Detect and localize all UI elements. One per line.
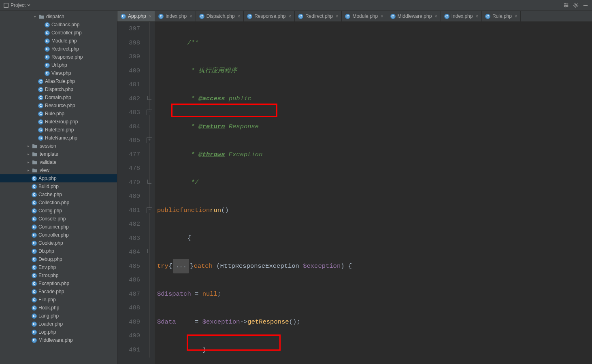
tree-file[interactable]: Lang.php <box>0 312 117 320</box>
tree-file[interactable]: View.php <box>0 69 117 77</box>
tree-file[interactable]: Console.php <box>0 215 117 223</box>
tree-arrow-icon[interactable] <box>26 265 31 270</box>
tree-arrow-icon[interactable]: ▸ <box>26 144 31 148</box>
tree-arrow-icon[interactable] <box>32 135 37 140</box>
line-number[interactable]: 400 <box>117 64 140 78</box>
line-number[interactable]: 478 <box>117 161 140 176</box>
line-number[interactable]: 487 <box>117 287 140 301</box>
tree-arrow-icon[interactable] <box>39 38 44 43</box>
project-label[interactable]: Project <box>3 2 30 8</box>
tree-arrow-icon[interactable]: ▾ <box>32 14 37 19</box>
line-number[interactable]: 490 <box>117 329 140 343</box>
tree-arrow-icon[interactable] <box>26 257 31 262</box>
tree-file[interactable]: Build.php <box>0 182 117 190</box>
line-number[interactable]: 405 <box>117 133 140 148</box>
line-number[interactable]: 397 <box>117 22 140 36</box>
tree-file[interactable]: Collection.php <box>0 199 117 207</box>
tree-file[interactable]: RuleGroup.php <box>0 118 117 126</box>
line-number[interactable]: 482 <box>117 217 140 231</box>
tree-file[interactable]: Log.php <box>0 328 117 336</box>
fold-start-icon[interactable]: − <box>147 207 152 213</box>
tree-arrow-icon[interactable] <box>32 111 37 116</box>
tree-file[interactable]: App.php <box>0 174 117 182</box>
line-number[interactable]: 488 <box>117 301 140 315</box>
tree-file[interactable]: Cache.php <box>0 190 117 199</box>
tree-arrow-icon[interactable] <box>26 200 31 205</box>
tree-arrow-icon[interactable] <box>39 30 44 35</box>
tree-arrow-icon[interactable] <box>26 249 31 254</box>
tree-file[interactable]: Controller.php <box>0 29 117 37</box>
close-icon[interactable]: × <box>515 14 517 19</box>
fold-end-icon[interactable] <box>147 96 151 100</box>
tree-arrow-icon[interactable] <box>39 63 44 68</box>
tree-file[interactable]: Response.php <box>0 53 117 61</box>
tree-arrow-icon[interactable] <box>26 313 31 318</box>
tree-folder[interactable]: ▸template <box>0 150 117 158</box>
tree-file[interactable]: Module.php <box>0 37 117 45</box>
fold-end-icon[interactable] <box>147 180 151 184</box>
tree-arrow-icon[interactable] <box>26 273 31 278</box>
line-number[interactable]: 489 <box>117 315 140 329</box>
tree-file[interactable]: Cookie.php <box>0 239 117 247</box>
tree-file[interactable]: Resource.php <box>0 102 117 110</box>
line-number[interactable]: 483 <box>117 231 140 245</box>
fold-expand-icon[interactable]: + <box>147 138 152 143</box>
tree-arrow-icon[interactable] <box>26 208 31 213</box>
close-icon[interactable]: × <box>475 14 478 19</box>
tree-file[interactable]: Debug.php <box>0 255 117 263</box>
line-number[interactable]: 480 <box>117 189 140 203</box>
tree-file[interactable]: Container.php <box>0 223 117 231</box>
tree-arrow-icon[interactable] <box>26 297 31 302</box>
close-icon[interactable]: × <box>238 14 240 19</box>
line-number[interactable]: 402 <box>117 92 140 106</box>
tune-icon[interactable] <box>563 2 569 8</box>
tree-file[interactable]: Facade.php <box>0 288 117 296</box>
tree-arrow-icon[interactable] <box>26 216 31 221</box>
line-number[interactable]: 477 <box>117 148 140 162</box>
tree-arrow-icon[interactable] <box>26 192 31 197</box>
tree-arrow-icon[interactable] <box>39 55 44 59</box>
editor-tab[interactable]: index.php× <box>155 11 196 21</box>
line-number[interactable]: 484 <box>117 245 140 259</box>
tree-file[interactable]: Env.php <box>0 263 117 271</box>
tree-file[interactable]: Loader.php <box>0 320 117 328</box>
line-number[interactable]: 485 <box>117 259 140 273</box>
tree-file[interactable]: Db.php <box>0 247 117 255</box>
tree-arrow-icon[interactable] <box>26 233 31 237</box>
tree-folder[interactable]: ▸validate <box>0 158 117 166</box>
line-number[interactable]: 398 <box>117 36 140 50</box>
tree-arrow-icon[interactable]: ▸ <box>26 168 31 173</box>
editor-tab[interactable]: Dispatch.php× <box>196 11 244 21</box>
tree-folder[interactable]: ▸view <box>0 166 117 174</box>
tree-arrow-icon[interactable]: ▸ <box>26 160 31 165</box>
fold-pill[interactable]: ... <box>173 259 189 274</box>
hide-icon[interactable] <box>582 2 589 8</box>
tree-file[interactable]: Error.php <box>0 271 117 279</box>
editor-tab[interactable]: Module.php× <box>342 11 387 21</box>
tree-arrow-icon[interactable] <box>39 71 44 76</box>
tree-file[interactable]: Hook.php <box>0 304 117 312</box>
editor-tab[interactable]: Middleware.php× <box>387 11 441 21</box>
tree-folder[interactable]: ▸session <box>0 142 117 150</box>
close-icon[interactable]: × <box>434 14 437 19</box>
tree-file[interactable]: RuleName.php <box>0 134 117 142</box>
close-icon[interactable]: × <box>149 14 151 19</box>
tree-file[interactable]: Rule.php <box>0 110 117 118</box>
tree-arrow-icon[interactable] <box>26 289 31 294</box>
close-icon[interactable]: × <box>190 14 192 19</box>
close-icon[interactable]: × <box>336 14 338 19</box>
tree-file[interactable]: Callback.php <box>0 21 117 29</box>
tree-file[interactable]: Exception.php <box>0 279 117 288</box>
editor-tab[interactable]: Index.php× <box>441 11 482 21</box>
line-number[interactable]: 486 <box>117 273 140 287</box>
tree-arrow-icon[interactable] <box>26 184 31 189</box>
tree-arrow-icon[interactable] <box>26 281 31 286</box>
tree-folder[interactable]: ▾dispatch <box>0 13 117 21</box>
tree-file[interactable]: Controller.php <box>0 231 117 239</box>
tree-file[interactable]: File.php <box>0 296 117 304</box>
line-number[interactable]: 479 <box>117 176 140 190</box>
tree-arrow-icon[interactable] <box>26 224 31 229</box>
tree-arrow-icon[interactable] <box>39 47 44 51</box>
tree-file[interactable]: RuleItem.php <box>0 126 117 134</box>
tree-file[interactable]: AliasRule.php <box>0 77 117 85</box>
